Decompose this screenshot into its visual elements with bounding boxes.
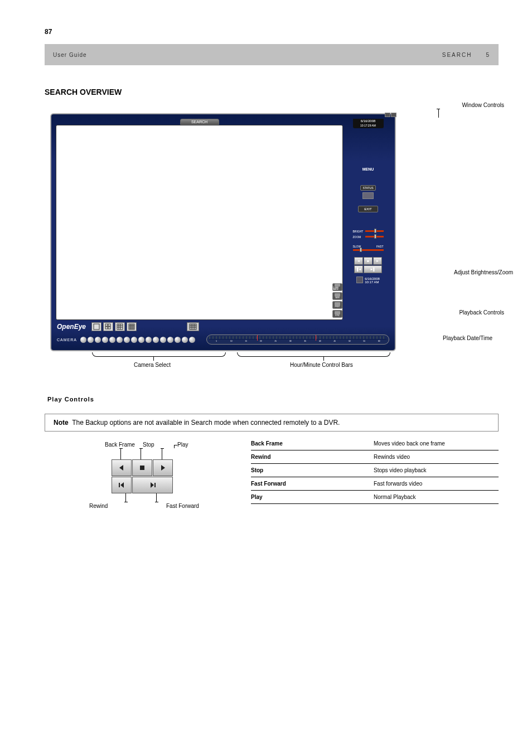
note-box: Note The Backup options are not availabl… <box>45 414 499 432</box>
camera-button[interactable] <box>175 337 181 343</box>
section-title: SEARCH OVERVIEW <box>45 88 499 96</box>
brand-logo: OpenEye <box>57 323 86 331</box>
label-ff: Fast Forward <box>166 503 199 509</box>
svg-rect-26 <box>119 483 120 487</box>
camera-selectors <box>80 337 195 343</box>
speed-slider[interactable] <box>353 248 384 252</box>
camera-button[interactable] <box>138 337 144 343</box>
page-number: 87 <box>45 28 499 36</box>
play-controls-definitions: Back FrameMoves video back one frame Rew… <box>251 437 499 504</box>
svg-marker-23 <box>119 465 123 471</box>
rewind-button[interactable]: ▐◄ <box>354 265 363 273</box>
diag-play[interactable] <box>153 459 173 476</box>
right-panel: 6/16/2008 10:17:29 AM MENU STATUS EXIT B… <box>346 119 390 320</box>
panel-time: 10:17:29 AM <box>353 123 384 128</box>
back-frame-button[interactable]: ◄ <box>354 257 363 265</box>
clean-image-button[interactable]: CLEAN IMAGE <box>332 283 342 291</box>
header-section: SEARCH <box>442 52 472 58</box>
svg-rect-0 <box>94 324 99 329</box>
camera-button[interactable] <box>131 337 137 343</box>
callout-window-controls: Window Controls <box>462 102 504 108</box>
sync-button[interactable]: SYNC <box>332 310 342 318</box>
diag-stop[interactable] <box>132 459 152 476</box>
status-icon[interactable] <box>362 192 374 199</box>
play-controls-diagram: Back Frame Stop Play Rewind Fast Forward <box>45 443 229 521</box>
diag-rewind[interactable] <box>112 477 132 493</box>
status-button[interactable]: STATUS <box>360 185 376 191</box>
svg-rect-24 <box>140 466 144 470</box>
camera-button[interactable] <box>109 337 115 343</box>
camera-button[interactable] <box>80 337 86 343</box>
ffwd-button[interactable]: ►▌ <box>364 265 382 273</box>
header-bar: User Guide SEARCH 5 <box>45 44 499 65</box>
header-left-title: User Guide <box>53 52 87 58</box>
screen-div-1[interactable] <box>91 322 101 331</box>
svg-marker-25 <box>161 465 165 471</box>
print-button[interactable]: PRINT <box>332 301 342 309</box>
diag-ffwd[interactable] <box>132 477 173 493</box>
exit-button[interactable]: EXIT <box>358 206 378 212</box>
label-play: Play <box>177 442 188 448</box>
svg-rect-29 <box>154 483 156 487</box>
svg-marker-27 <box>120 482 124 488</box>
dvr-screenshot: SEARCH 6/16/2008 10:17:29 AM MENU STATUS… <box>50 113 396 351</box>
callout-camera-select: Camera Select <box>134 362 171 368</box>
zoom-label: ZOOM <box>353 235 365 239</box>
header-chapter-num: 5 <box>486 52 490 58</box>
label-stop: Stop <box>143 442 154 448</box>
zoom-slider[interactable]: ZOOM <box>353 235 384 239</box>
calendar-icon[interactable] <box>356 277 363 283</box>
camera-button[interactable] <box>182 337 188 343</box>
close-icon[interactable] <box>391 113 396 117</box>
svg-rect-2 <box>108 324 110 326</box>
camera-button[interactable] <box>189 337 195 343</box>
svg-rect-3 <box>105 327 108 329</box>
minimize-icon[interactable] <box>385 113 390 117</box>
save-button[interactable]: SAVE <box>332 292 342 300</box>
playback-time: 10:17 AM <box>365 280 380 284</box>
callout-adjust: Adjust Brightness/Zoom <box>454 269 521 275</box>
timeline-control[interactable]: 51015202530354045505560 <box>206 335 389 345</box>
camera-button[interactable] <box>95 337 101 343</box>
svg-rect-5 <box>117 324 123 329</box>
camera-button[interactable] <box>117 337 123 343</box>
camera-label: CAMERA <box>57 338 77 342</box>
camera-button[interactable] <box>102 337 108 343</box>
note-text: The Backup options are not available in … <box>72 419 340 427</box>
play-controls-title: Play Controls <box>47 396 499 403</box>
multisite-search-button[interactable] <box>187 322 199 331</box>
svg-marker-28 <box>151 482 154 488</box>
video-viewport <box>56 125 343 320</box>
camera-button[interactable] <box>124 337 130 343</box>
camera-button[interactable] <box>160 337 166 343</box>
diag-back-frame[interactable] <box>112 459 132 476</box>
label-rewind: Rewind <box>89 503 108 509</box>
camera-button[interactable] <box>146 337 152 343</box>
callout-datetime: Playback Date/Time <box>443 335 515 341</box>
menu-label: MENU <box>362 167 374 171</box>
camera-button[interactable] <box>88 337 94 343</box>
stop-button[interactable]: ■ <box>364 257 373 265</box>
callout-playback: Playback Controls <box>459 309 504 316</box>
bright-label: BRIGHT <box>353 230 365 233</box>
search-tab[interactable]: SEARCH <box>180 119 219 125</box>
camera-button[interactable] <box>153 337 159 343</box>
play-button[interactable]: ► <box>373 257 382 265</box>
screen-div-16[interactable] <box>127 322 137 331</box>
svg-rect-4 <box>108 327 110 329</box>
camera-button[interactable] <box>167 337 173 343</box>
screen-div-9[interactable] <box>115 322 125 331</box>
bright-slider[interactable]: BRIGHT <box>353 229 384 233</box>
callout-hourmin: Hour/Minute Control Bars <box>290 362 353 368</box>
label-back-frame: Back Frame <box>105 442 135 448</box>
svg-rect-1 <box>105 324 108 326</box>
panel-date: 6/16/2008 <box>353 119 384 123</box>
screen-div-4[interactable] <box>103 322 113 331</box>
